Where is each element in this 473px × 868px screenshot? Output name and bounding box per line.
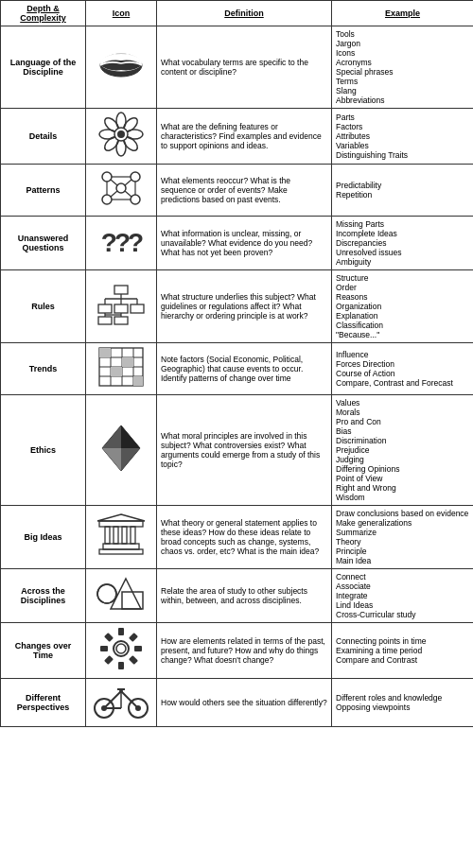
table-row: Details What are the defining features o… (1, 109, 474, 165)
depth-label: Patterns (1, 165, 86, 217)
example-cell: Connecting points in time Examining a ti… (332, 623, 474, 679)
icon-cell (86, 270, 157, 343)
svg-point-11 (117, 130, 125, 138)
depth-label: Rules (1, 270, 86, 343)
svg-marker-65 (111, 579, 141, 609)
icon-cell: ??? (86, 217, 157, 270)
icon-cell (86, 679, 157, 727)
svg-rect-70 (118, 662, 124, 669)
example-cell: Connect Associate Integrate Lind Ideas C… (332, 569, 474, 623)
definition-cell: What vocabulary terms are specific to th… (157, 26, 332, 109)
table-row: Language of the Discipline What vocabula… (1, 26, 474, 109)
icon-cell (86, 26, 157, 109)
svg-point-14 (102, 195, 112, 204)
depth-label: Language of the Discipline (1, 26, 86, 109)
svg-point-16 (116, 183, 126, 193)
svg-rect-75 (104, 655, 114, 665)
depth-label: Big Ideas (1, 506, 86, 569)
table-row: Changes over Time How are elements relat… (1, 623, 474, 679)
definition-cell: What information is unclear, missing, or… (157, 217, 332, 270)
example-cell: Missing Parts Incomplete Ideas Discrepan… (332, 217, 474, 270)
definition-cell: Note factors (Social Economic, Political… (157, 343, 332, 395)
header-icon: Icon (86, 1, 157, 26)
definition-cell: What theory or general statement applies… (157, 506, 332, 569)
svg-rect-57 (103, 544, 139, 549)
table-row: Trends Note factors (Social Economic, Po… (1, 343, 474, 395)
example-cell: Parts Factors Attributes Variables Disti… (332, 109, 474, 165)
depth-label: Different Perspectives (1, 679, 86, 727)
svg-rect-74 (129, 633, 138, 642)
icon-cell (86, 395, 157, 506)
svg-line-21 (111, 180, 117, 185)
example-cell: Values Morals Pro and Con Bias Discrimin… (332, 395, 474, 506)
icon-cell (86, 569, 157, 623)
svg-rect-28 (131, 304, 144, 313)
svg-marker-59 (97, 514, 145, 521)
table-row: Ethics What moral principles are involve… (1, 395, 474, 506)
svg-rect-56 (99, 549, 143, 554)
svg-rect-76 (129, 655, 138, 665)
svg-line-23 (111, 191, 117, 197)
svg-rect-72 (134, 646, 142, 651)
table-row: Unanswered Questions???What information … (1, 217, 474, 270)
table-row: Across the Disciplines Relate the area o… (1, 569, 474, 623)
svg-rect-25 (114, 286, 128, 294)
svg-rect-27 (114, 304, 128, 313)
example-cell: Influence Forces Direction Course of Act… (332, 343, 474, 395)
svg-rect-61 (114, 527, 118, 544)
definition-cell: What structure underlies this subject? W… (157, 270, 332, 343)
svg-rect-63 (131, 527, 135, 544)
depth-label: Details (1, 109, 86, 165)
definition-cell: How are elements related in terms of the… (157, 623, 332, 679)
svg-point-87 (119, 689, 123, 693)
table-row: Rules What structure underlies this subj… (1, 270, 474, 343)
definition-cell: What moral principles are involved in th… (157, 395, 332, 506)
svg-rect-35 (114, 317, 128, 324)
svg-point-13 (131, 172, 140, 182)
table-row: Different Perspectives How would others … (1, 679, 474, 727)
svg-point-12 (102, 172, 112, 182)
svg-point-77 (116, 644, 126, 653)
table-row: Big Ideas What theory or general stateme… (1, 506, 474, 569)
svg-point-66 (97, 584, 116, 603)
svg-rect-49 (133, 376, 143, 386)
depth-label: Unanswered Questions (1, 217, 86, 270)
icon-cell (86, 623, 157, 679)
example-cell: Predictability Repetition (332, 165, 474, 217)
svg-rect-62 (122, 527, 127, 544)
header-example: Example (332, 1, 474, 26)
svg-rect-71 (100, 646, 108, 651)
svg-line-24 (125, 191, 131, 197)
icon-cell (86, 165, 157, 217)
icon-cell (86, 506, 157, 569)
svg-rect-26 (98, 304, 112, 313)
svg-rect-34 (98, 317, 112, 324)
icon-cell (86, 109, 157, 165)
definition-cell: What are the defining features or charac… (157, 109, 332, 165)
svg-point-15 (131, 195, 140, 204)
icon-cell (86, 343, 157, 395)
svg-line-22 (125, 180, 131, 185)
header-depth: Depth & Complexity (1, 1, 86, 26)
definition-cell: Relate the area of study to other subjec… (157, 569, 332, 623)
example-cell: Structure Order Reasons Organization Exp… (332, 270, 474, 343)
svg-rect-47 (122, 357, 133, 367)
depth-label: Changes over Time (1, 623, 86, 679)
svg-rect-46 (99, 348, 111, 357)
example-cell: Different roles and knowledge Opposing v… (332, 679, 474, 727)
svg-rect-58 (99, 521, 143, 527)
example-cell: Tools Jargon Icons Acronyms Special phra… (332, 26, 474, 109)
definition-cell: How would others see the situation diffe… (157, 679, 332, 727)
svg-rect-60 (105, 527, 110, 544)
definition-cell: What elements reoccur? What is the seque… (157, 165, 332, 217)
svg-rect-69 (118, 628, 124, 635)
depth-label: Trends (1, 343, 86, 395)
table-row: Patterns What elements reoccur? What is … (1, 165, 474, 217)
svg-rect-73 (104, 633, 114, 642)
header-definition: Definition (157, 1, 332, 26)
depth-label: Ethics (1, 395, 86, 506)
example-cell: Draw conclusions based on evidence Make … (332, 506, 474, 569)
svg-rect-48 (111, 367, 122, 376)
depth-label: Across the Disciplines (1, 569, 86, 623)
